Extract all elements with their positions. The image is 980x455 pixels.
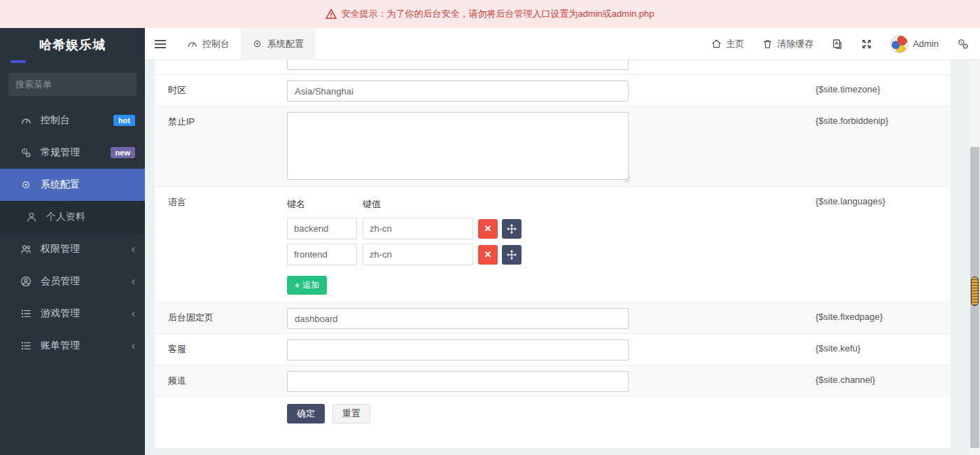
menu-search-input[interactable]: [15, 79, 139, 90]
template-variable: {$site.kefu}: [816, 343, 860, 354]
sidebar-item-profile[interactable]: 个人资料: [0, 201, 145, 233]
sidebar-item-permissions[interactable]: 权限管理 ‹: [0, 233, 145, 265]
forbiddenip-textarea[interactable]: [287, 112, 629, 180]
partial-input[interactable]: [287, 60, 629, 70]
field-label: 时区: [155, 75, 287, 106]
username-label: Admin: [913, 38, 939, 49]
sidebar-item-label: 系统配置: [41, 178, 80, 191]
gear-icon: [20, 179, 32, 190]
home-label: 主页: [726, 38, 744, 50]
clear-cache-link[interactable]: 清除缓存: [762, 38, 813, 50]
sidebar-item-bills[interactable]: 账单管理 ‹: [0, 330, 145, 362]
chevron-left-icon: ‹: [132, 308, 135, 319]
sidebar-menu: 控制台 hot 常规管理 new 系统配置: [0, 104, 145, 362]
timezone-input[interactable]: [287, 80, 629, 102]
sidebar-item-system-config[interactable]: 系统配置: [0, 169, 145, 201]
sidebar-item-label: 账单管理: [41, 340, 80, 352]
submit-button[interactable]: 确定: [287, 404, 325, 424]
chevron-left-icon: ‹: [132, 340, 135, 351]
avatar[interactable]: [890, 35, 909, 53]
home-link[interactable]: 主页: [711, 38, 744, 50]
field-label: 客服: [155, 334, 287, 365]
clear-cache-label: 清除缓存: [777, 38, 813, 50]
fullscreen-icon[interactable]: [861, 38, 872, 50]
template-variable: {$site.forbiddenip}: [816, 115, 888, 126]
sidebar-item-label: 控制台: [41, 114, 70, 127]
sidebar-item-members[interactable]: 会员管理 ‹: [0, 265, 145, 298]
form-row-fixedpage: 后台固定页 {$site.fixedpage}: [155, 302, 951, 334]
move-row-button[interactable]: [502, 219, 522, 239]
kv-row: ✕: [287, 244, 522, 265]
form-row-partial: [155, 60, 951, 75]
cogs-icon: [20, 147, 32, 158]
translate-icon[interactable]: [832, 38, 843, 50]
new-badge: new: [111, 147, 135, 158]
lang-value-input[interactable]: [363, 244, 473, 265]
user-menu[interactable]: Admin: [890, 35, 939, 53]
list-icon: [20, 340, 32, 351]
warning-icon: [326, 9, 337, 19]
template-variable: {$site.fixedpage}: [816, 312, 883, 322]
security-warning-bar: 安全提示：为了你的后台安全，请勿将后台管理入口设置为admin或admin.ph…: [0, 0, 980, 28]
field-label: 频道: [155, 365, 287, 396]
tab-dashboard[interactable]: 控制台: [176, 28, 241, 60]
move-row-button[interactable]: [502, 245, 522, 265]
template-variable: {$site.channel}: [816, 374, 875, 385]
gauge-icon: [20, 115, 32, 126]
field-label: 语言: [155, 187, 287, 302]
vertical-scrollbar[interactable]: [969, 60, 980, 455]
sidebar-item-dashboard[interactable]: 控制台 hot: [0, 104, 145, 136]
fixedpage-input[interactable]: [287, 308, 629, 329]
menu-search-box[interactable]: [8, 73, 136, 96]
sidebar-item-label: 个人资料: [46, 211, 85, 223]
form-row-timezone: 时区 {$site.timezone}: [155, 75, 951, 106]
form-row-channel: 频道 {$site.channel}: [155, 365, 951, 397]
channel-input[interactable]: [287, 371, 629, 392]
delete-row-button[interactable]: ✕: [478, 245, 498, 265]
security-warning-text: 安全提示：为了你的后台安全，请勿将后台管理入口设置为admin或admin.ph…: [341, 8, 654, 20]
user-icon: [25, 211, 38, 223]
form-actions: 确定 重置: [155, 397, 951, 424]
content-area: 时区 {$site.timezone} 禁止IP {$site.forbidde…: [145, 60, 980, 455]
cogs-icon[interactable]: [957, 38, 969, 50]
sidebar: 哈希娱乐城 控制台 hot 常规管理 new: [0, 28, 145, 455]
append-button[interactable]: +追加: [287, 276, 327, 295]
lang-key-input[interactable]: [287, 218, 357, 239]
lang-key-input[interactable]: [287, 244, 357, 265]
reset-button[interactable]: 重置: [332, 404, 370, 424]
kv-key-header: 键名: [287, 198, 363, 211]
user-circle-icon: [20, 276, 32, 287]
form-row-languages: 语言 键名 键值 ✕: [155, 187, 951, 302]
delete-row-button[interactable]: ✕: [478, 219, 498, 239]
sidebar-item-label: 权限管理: [41, 243, 80, 255]
move-icon: [507, 224, 517, 234]
sidebar-item-games[interactable]: 游戏管理 ‹: [0, 298, 145, 330]
sidebar-item-general[interactable]: 常规管理 new: [0, 136, 145, 169]
template-variable: {$site.timezone}: [816, 84, 881, 94]
brand-accent-dash: [10, 60, 26, 63]
template-variable: {$site.languages}: [816, 196, 886, 206]
brand-title: 哈希娱乐城: [0, 28, 145, 62]
lang-value-input[interactable]: [363, 218, 473, 239]
top-navbar: 控制台 系统配置 主页 清除缓存: [145, 28, 980, 60]
list-icon: [20, 308, 32, 319]
kv-row: ✕: [287, 218, 522, 239]
sidebar-item-label: 常规管理: [41, 146, 80, 159]
home-icon: [711, 38, 722, 49]
kefu-input[interactable]: [287, 340, 629, 360]
form-row-kefu: 客服 {$site.kefu}: [155, 334, 951, 365]
form-row-forbiddenip: 禁止IP {$site.forbiddenip}: [155, 106, 951, 187]
tab-label: 控制台: [202, 38, 230, 50]
sidebar-item-label: 游戏管理: [41, 307, 80, 320]
sidebar-item-label: 会员管理: [41, 275, 80, 288]
field-label: 后台固定页: [155, 302, 287, 333]
tab-system-config[interactable]: 系统配置: [241, 28, 315, 60]
sidebar-toggle-button[interactable]: [145, 28, 176, 60]
users-icon: [20, 244, 32, 255]
tab-label: 系统配置: [267, 38, 304, 50]
chevron-left-icon: ‹: [132, 276, 135, 287]
scrollbar-grip[interactable]: [971, 276, 979, 306]
gear-icon: [252, 38, 262, 49]
plus-icon: +: [295, 281, 300, 290]
chevron-left-icon: ‹: [132, 244, 135, 255]
